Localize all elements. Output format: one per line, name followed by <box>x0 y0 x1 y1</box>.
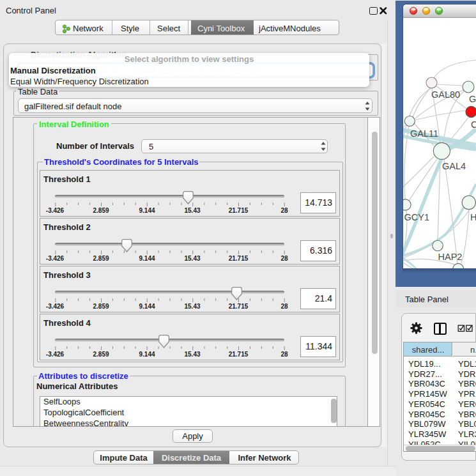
svg-text:HAP2: HAP2 <box>438 252 463 262</box>
svg-text:HI: HI <box>470 212 476 222</box>
svg-text:GAL11: GAL11 <box>410 128 438 139</box>
svg-text:GCY1: GCY1 <box>404 212 430 222</box>
svg-text:CD: CD <box>471 119 476 130</box>
svg-text:GAL4: GAL4 <box>442 161 466 171</box>
svg-text:GAL1: GAL1 <box>469 94 476 104</box>
svg-text:GAL80: GAL80 <box>431 89 460 100</box>
